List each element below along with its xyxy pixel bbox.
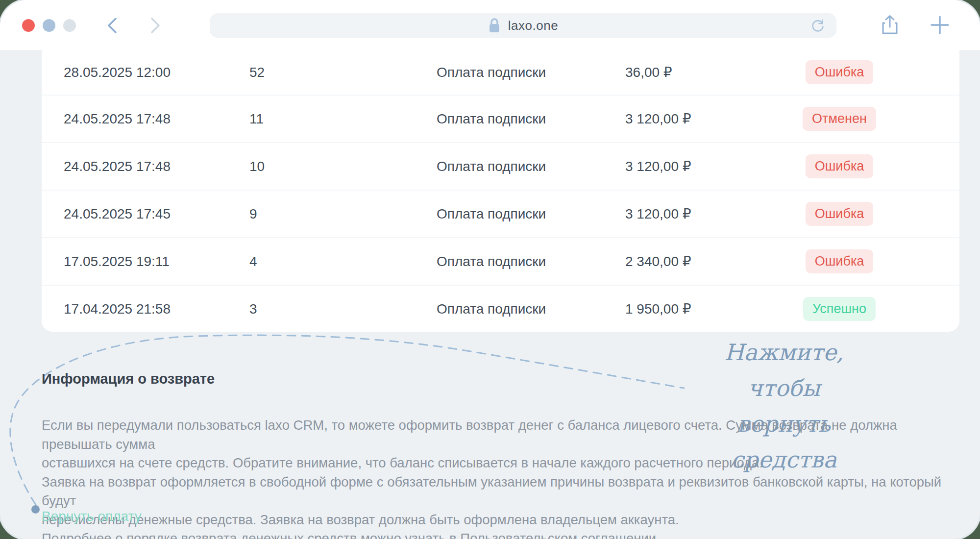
address-bar[interactable]: laxo.one bbox=[210, 13, 836, 38]
payment-type: Оплата подписки bbox=[437, 65, 625, 80]
table-row[interactable]: 17.04.2025 21:58 3 Оплата подписки 1 950… bbox=[42, 285, 959, 332]
table-row[interactable]: 28.05.2025 12:00 52 Оплата подписки 36,0… bbox=[42, 50, 959, 95]
payment-type: Оплата подписки bbox=[437, 111, 625, 127]
payment-amount: 2 340,00 ₽ bbox=[625, 253, 772, 270]
payment-id: 3 bbox=[249, 301, 437, 317]
table-row[interactable]: 24.05.2025 17:48 10 Оплата подписки 3 12… bbox=[42, 142, 959, 190]
payment-type: Оплата подписки bbox=[437, 301, 625, 317]
payment-id: 10 bbox=[249, 159, 437, 174]
payment-id: 4 bbox=[249, 254, 437, 270]
payment-id: 9 bbox=[249, 206, 437, 222]
close-window-button[interactable] bbox=[22, 19, 35, 32]
zoom-window-button[interactable] bbox=[63, 19, 76, 32]
new-tab-button[interactable] bbox=[929, 14, 951, 36]
status-badge: Ошибка bbox=[806, 202, 874, 226]
payment-date: 24.05.2025 17:48 bbox=[64, 111, 249, 127]
forward-button[interactable] bbox=[148, 16, 163, 35]
status-badge: Успешно bbox=[803, 297, 876, 321]
payment-date: 24.05.2025 17:45 bbox=[64, 206, 249, 222]
payment-date: 24.05.2025 17:48 bbox=[64, 159, 249, 174]
share-button[interactable] bbox=[879, 14, 901, 36]
refund-payment-link[interactable]: Вернуть оплату bbox=[42, 509, 142, 524]
chevron-right-icon bbox=[148, 16, 163, 35]
status-badge: Ошибка bbox=[806, 60, 874, 84]
guide-line-dot bbox=[31, 505, 40, 514]
payment-id: 52 bbox=[249, 65, 437, 80]
payment-type: Оплата подписки bbox=[437, 254, 625, 270]
refund-info-line: оставшихся на счете средств. Обратите вн… bbox=[42, 454, 953, 473]
refund-info-line: Заявка на возврат оформляется в свободно… bbox=[42, 473, 953, 511]
payment-type: Оплата подписки bbox=[437, 159, 625, 174]
handwritten-note-line1: Нажмите, чтобы bbox=[686, 335, 882, 406]
payment-type: Оплата подписки bbox=[437, 206, 625, 222]
payment-date: 28.05.2025 12:00 bbox=[64, 65, 249, 80]
table-row[interactable]: 24.05.2025 17:45 9 Оплата подписки 3 120… bbox=[42, 190, 959, 237]
status-badge: Отменен bbox=[803, 107, 876, 131]
payment-amount: 3 120,00 ₽ bbox=[625, 158, 772, 174]
url-text: laxo.one bbox=[508, 18, 558, 33]
refresh-button[interactable] bbox=[810, 18, 826, 33]
payments-table-card: 28.05.2025 12:00 52 Оплата подписки 36,0… bbox=[42, 50, 959, 332]
table-row[interactable]: 24.05.2025 17:48 11 Оплата подписки 3 12… bbox=[42, 95, 959, 142]
lock-icon bbox=[488, 18, 501, 33]
plus-icon bbox=[929, 14, 951, 36]
payment-id: 11 bbox=[249, 111, 437, 127]
back-button[interactable] bbox=[105, 16, 120, 35]
payment-amount: 36,00 ₽ bbox=[625, 64, 772, 80]
payment-date: 17.04.2025 21:58 bbox=[64, 301, 249, 317]
traffic-lights bbox=[22, 19, 76, 32]
payment-date: 17.05.2025 19:11 bbox=[64, 254, 249, 270]
refund-info-text: Если вы передумали пользоваться laxo CRM… bbox=[42, 416, 953, 539]
refund-info-heading: Информация о возврате bbox=[42, 371, 215, 387]
table-row[interactable]: 17.05.2025 19:11 4 Оплата подписки 2 340… bbox=[42, 237, 959, 285]
payment-amount: 1 950,00 ₽ bbox=[625, 301, 772, 317]
status-badge: Ошибка bbox=[806, 249, 874, 273]
refund-info-line: Подробнее о порядке возврата денежных ср… bbox=[42, 529, 953, 539]
chevron-left-icon bbox=[105, 16, 120, 35]
payment-amount: 3 120,00 ₽ bbox=[625, 206, 772, 222]
status-badge: Ошибка bbox=[806, 154, 874, 178]
refund-info-line: перечислены денежные средства. Заявка на… bbox=[42, 511, 953, 530]
minimize-window-button[interactable] bbox=[43, 19, 55, 32]
reload-icon bbox=[810, 18, 826, 33]
refund-info-line: Если вы передумали пользоваться laxo CRM… bbox=[42, 416, 953, 454]
share-icon bbox=[879, 14, 901, 36]
payments-table: 28.05.2025 12:00 52 Оплата подписки 36,0… bbox=[42, 50, 959, 332]
payment-amount: 3 120,00 ₽ bbox=[625, 111, 772, 127]
browser-toolbar: laxo.one bbox=[0, 0, 980, 50]
browser-window: laxo.one 28.05.2025 12:00 bbox=[0, 0, 980, 539]
